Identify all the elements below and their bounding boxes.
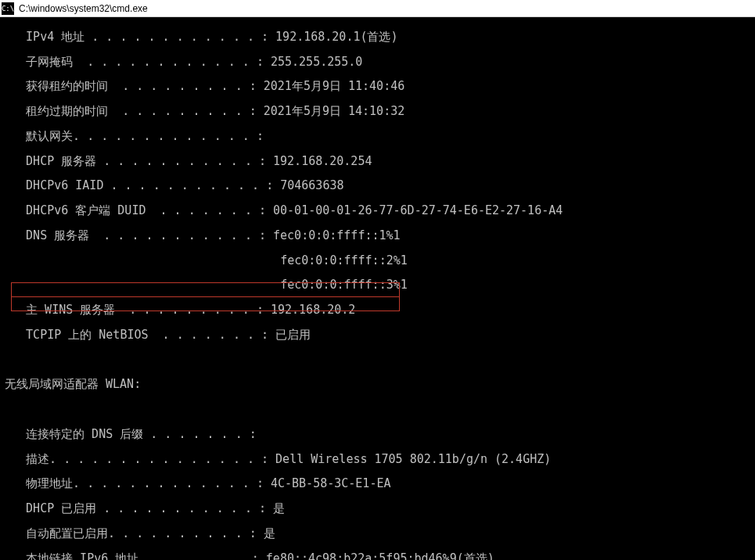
output-line: DHCP 服务器 . . . . . . . . . . . : 192.168… [5,156,750,168]
adapter-header-wlan: 无线局域网适配器 WLAN: [5,379,750,391]
output-line: TCPIP 上的 NetBIOS . . . . . . . : 已启用 [5,329,750,342]
output-line: 描述. . . . . . . . . . . . . . . : Dell W… [5,454,750,466]
output-line: DHCPv6 客户端 DUID . . . . . . . : 00-01-00… [5,205,750,217]
output-line: 获得租约的时间 . . . . . . . . . : 2021年5月9日 11… [5,81,750,93]
output-line: 租约过期的时间 . . . . . . . . . : 2021年5月9日 14… [5,106,750,118]
window-title: C:\windows\system32\cmd.exe [19,3,148,14]
blank-line [5,404,750,416]
output-line: 子网掩码 . . . . . . . . . . . . : 255.255.2… [5,56,750,69]
output-line: 本地链接 IPv6 地址. . . . . . . . : fe80::4c98… [5,553,750,561]
output-line: fec0:0:0:ffff::3%1 [5,279,750,292]
window-titlebar[interactable]: C:\ C:\windows\system32\cmd.exe [0,0,755,17]
cmd-icon: C:\ [2,2,14,15]
output-line: 主 WINS 服务器 . . . . . . . . . : 192.168.2… [5,304,750,317]
output-line: 默认网关. . . . . . . . . . . . . : [5,131,750,143]
output-line: 自动配置已启用. . . . . . . . . . : 是 [5,528,750,540]
output-line: DHCPv6 IAID . . . . . . . . . . . : 7046… [5,180,750,192]
terminal-output[interactable]: IPv4 地址 . . . . . . . . . . . . : 192.16… [0,17,755,560]
output-line: DHCP 已启用 . . . . . . . . . . . : 是 [5,503,750,515]
output-line: DNS 服务器 . . . . . . . . . . . : fec0:0:0… [5,230,750,242]
output-line: fec0:0:0:ffff::2%1 [5,255,750,267]
output-line: IPv4 地址 . . . . . . . . . . . . : 192.16… [5,31,750,44]
output-line: 连接特定的 DNS 后缀 . . . . . . . : [5,429,750,441]
blank-line [5,354,750,367]
output-line: 物理地址. . . . . . . . . . . . . : 4C-BB-58… [5,478,750,490]
